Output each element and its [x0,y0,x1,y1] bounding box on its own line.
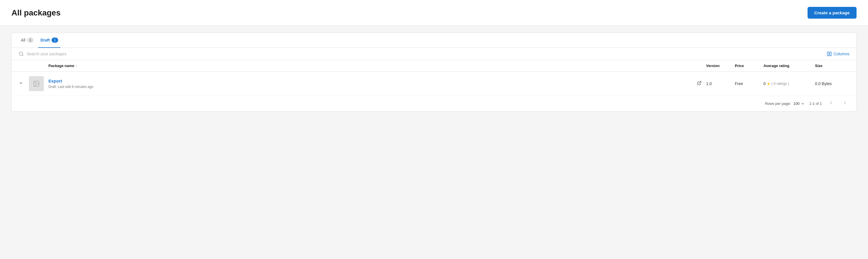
rows-per-page-label: Rows per page: [765,101,791,106]
package-info: Export Draft: Last edit 8 minutes ago [49,78,697,89]
pagination-next-button[interactable] [840,99,849,108]
rating-count-close: ) [788,82,789,86]
tab-draft-badge: 1 [52,37,58,43]
chevron-down-icon [19,81,23,85]
package-size: 0.0 Bytes [815,82,849,86]
package-subtitle: Draft: Last edit 8 minutes ago [49,85,697,89]
search-icon [19,51,24,57]
main-content: All 1 Draft 1 Columns [0,26,868,118]
rows-per-page-value: 100 [793,101,800,106]
tab-all-badge: 1 [27,37,34,43]
table-footer: Rows per page: 100 1-1 of 1 [12,96,856,111]
rows-per-page-select[interactable]: 100 [793,101,805,106]
col-header-name[interactable]: Package name ↑ [49,64,697,68]
tab-all[interactable]: All 1 [19,33,36,48]
sort-arrow-icon: ↑ [75,64,77,68]
package-name-link[interactable]: Export [49,78,62,84]
col-header-rating: Average rating [764,64,815,68]
columns-label: Columns [834,52,849,56]
tab-draft-label: Draft [40,38,50,42]
external-link-icon [697,81,702,85]
page-title: All packages [11,8,60,18]
rating-count-value: 0 ratings [774,82,787,86]
svg-line-1 [22,55,23,56]
packages-card: All 1 Draft 1 Columns [11,33,857,111]
package-thumbnail [29,76,44,91]
pagination-prev-button[interactable] [827,99,836,108]
col-header-size: Size [815,64,849,68]
package-rating: 0 ★ ( 0 ratings ) [764,82,815,86]
page-header: All packages Create a package [0,0,868,26]
search-input[interactable] [27,52,827,56]
rating-value: 0 [764,82,766,86]
svg-point-5 [35,82,36,83]
chevron-left-icon [829,101,833,105]
tab-all-label: All [21,38,26,42]
star-icon: ★ [767,82,770,86]
svg-line-6 [699,82,701,84]
create-package-button[interactable]: Create a package [808,7,857,19]
search-bar: Columns [12,48,856,60]
row-expand-button[interactable] [19,81,26,87]
rating-count: ( [771,82,773,86]
columns-button[interactable]: Columns [827,51,849,57]
package-version: 1.0 [706,82,735,86]
columns-icon [827,51,832,57]
col-header-price: Price [735,64,764,68]
col-header-version: Version [706,64,735,68]
table-row: Export Draft: Last edit 8 minutes ago 1.… [12,72,856,96]
rows-dropdown-icon [801,102,805,106]
chevron-right-icon [842,101,847,105]
svg-rect-3 [830,52,831,56]
tab-draft[interactable]: Draft 1 [38,33,60,48]
search-input-wrap [19,51,827,57]
package-price: Free [735,82,764,86]
external-link-button[interactable] [697,81,702,87]
table-header: Package name ↑ Version Price Average rat… [12,60,856,72]
svg-rect-2 [827,52,829,56]
rows-per-page-section: Rows per page: 100 [765,101,805,106]
image-placeholder-icon [33,80,40,87]
pagination-info: 1-1 of 1 [809,101,822,106]
tabs-bar: All 1 Draft 1 [12,33,856,48]
